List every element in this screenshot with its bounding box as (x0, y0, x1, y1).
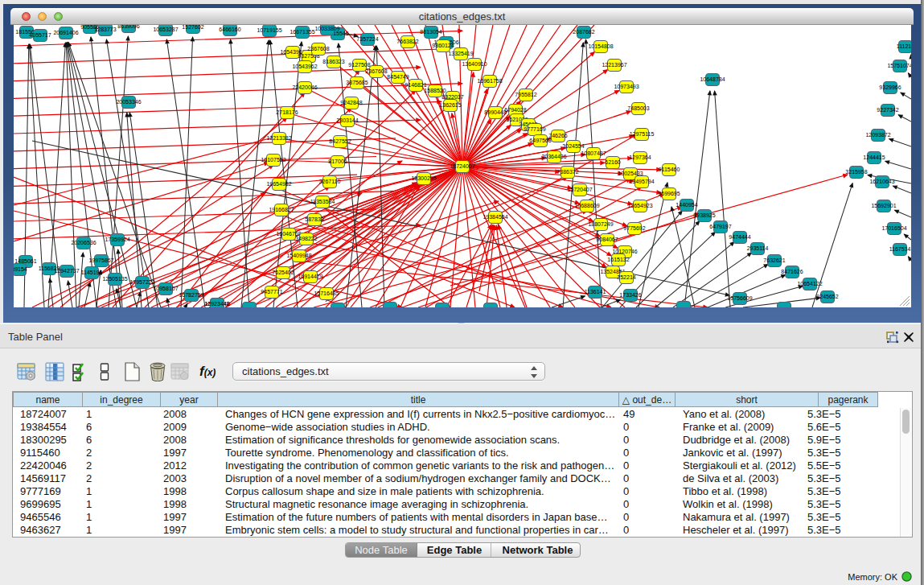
svg-text:9474444: 9474444 (729, 234, 750, 240)
svg-text:10653287: 10653287 (153, 27, 178, 32)
svg-text:6497568: 6497568 (529, 138, 551, 143)
svg-text:3267110: 3267110 (319, 179, 341, 184)
svg-text:2367608: 2367608 (307, 46, 329, 51)
svg-text:3498222: 3498222 (295, 236, 317, 241)
svg-text:746266: 746266 (548, 133, 567, 138)
svg-text:1440954: 1440954 (676, 202, 697, 208)
svg-text:2803144: 2803144 (336, 117, 358, 123)
svg-text:2367608: 2367608 (365, 68, 387, 74)
svg-text:2087682: 2087682 (573, 29, 594, 35)
svg-text:19975867: 19975867 (88, 257, 113, 263)
svg-text:17957223: 17957223 (129, 279, 154, 285)
svg-text:39154: 39154 (14, 266, 27, 272)
svg-text:10958107: 10958107 (153, 286, 178, 291)
svg-text:16961758: 16961758 (477, 78, 502, 84)
svg-text:3024554: 3024554 (562, 143, 584, 149)
svg-text:8639096: 8639096 (117, 25, 139, 29)
svg-text:1527602: 1527602 (182, 25, 203, 30)
svg-text:7632621: 7632621 (763, 257, 785, 263)
svg-text:18807249: 18807249 (588, 221, 613, 227)
svg-text:20691406: 20691406 (53, 30, 78, 35)
svg-text:10154808: 10154808 (588, 43, 613, 49)
svg-text:12923448: 12923448 (204, 301, 229, 307)
svg-text:15716485: 15716485 (314, 290, 339, 296)
svg-text:19654982: 19654982 (266, 181, 291, 187)
svg-text:3215958: 3215958 (845, 169, 867, 175)
svg-text:13495794: 13495794 (629, 179, 654, 184)
svg-text:19166827: 19166827 (269, 207, 294, 212)
svg-text:4055717: 4055717 (29, 32, 51, 38)
svg-text:1145194: 1145194 (81, 270, 103, 275)
svg-text:13325419: 13325419 (448, 51, 473, 56)
svg-text:9146821: 9146821 (405, 82, 426, 88)
svg-text:16782759: 16782759 (179, 292, 203, 298)
svg-text:13654923: 13654923 (627, 203, 652, 208)
svg-text:17016504: 17016504 (881, 225, 906, 231)
svg-text:10973493: 10973493 (614, 84, 639, 89)
svg-text:15720407: 15720407 (567, 187, 592, 192)
svg-text:1362615: 1362615 (439, 102, 461, 108)
svg-text:20364436: 20364436 (541, 154, 566, 159)
svg-text:12975115: 12975115 (630, 131, 655, 137)
svg-text:13640910: 13640910 (462, 61, 487, 67)
svg-text:7357224: 7357224 (356, 36, 378, 42)
svg-text:7485003: 7485003 (627, 105, 649, 111)
svg-text:17359924: 17359924 (105, 237, 129, 242)
svg-text:10807487: 10807487 (581, 150, 606, 156)
svg-text:6466160: 6466160 (219, 27, 240, 32)
svg-text:11353584: 11353584 (310, 199, 335, 204)
svg-text:3875685: 3875685 (346, 80, 368, 85)
svg-text:9777169: 9777169 (524, 126, 545, 132)
svg-text:15692901: 15692901 (871, 203, 896, 208)
svg-text:8990448: 8990448 (484, 109, 506, 115)
svg-text:10654122: 10654122 (797, 281, 822, 286)
svg-text:1136141: 1136141 (585, 289, 606, 295)
svg-text:1283773: 1283773 (94, 27, 116, 32)
svg-text:15751074: 15751074 (887, 63, 911, 68)
svg-text:9115460: 9115460 (659, 167, 680, 172)
svg-text:10033809: 10033809 (314, 26, 339, 31)
svg-text:13756609: 13756609 (727, 295, 752, 301)
svg-text:12505135: 12505135 (102, 276, 127, 282)
svg-text:16671355: 16671355 (290, 29, 314, 35)
svg-text:1588520: 1588520 (424, 88, 446, 93)
svg-text:9245652: 9245652 (816, 294, 838, 299)
svg-text:9860124: 9860124 (432, 43, 454, 48)
svg-text:12093872: 12093872 (865, 132, 890, 138)
svg-text:7625402: 7625402 (272, 270, 294, 275)
svg-text:6479197: 6479197 (709, 224, 731, 229)
svg-text:1244415: 1244415 (863, 154, 885, 160)
svg-text:9457771: 9457771 (261, 289, 282, 295)
svg-text:8813054: 8813054 (420, 29, 441, 35)
svg-text:18300295: 18300295 (411, 175, 436, 181)
svg-text:12942737: 12942737 (54, 268, 79, 274)
svg-text:12213382: 12213382 (266, 135, 291, 141)
svg-text:2718176: 2718176 (276, 109, 298, 115)
svg-text:9242848: 9242848 (340, 100, 362, 105)
svg-text:62160: 62160 (605, 159, 621, 165)
svg-text:817006: 817006 (328, 159, 347, 164)
svg-text:15409948: 15409948 (286, 253, 311, 258)
svg-text:10648784: 10648784 (700, 76, 725, 82)
svg-text:8454749: 8454749 (387, 74, 409, 80)
svg-text:8427552: 8427552 (329, 138, 351, 144)
svg-text:6794028: 6794028 (504, 107, 526, 113)
svg-text:10719155: 10719155 (257, 27, 281, 33)
svg-text:20206536: 20206536 (71, 240, 96, 245)
svg-text:9699695: 9699695 (658, 191, 680, 196)
svg-text:2935114: 2935114 (747, 245, 769, 251)
svg-text:16210643: 16210643 (869, 179, 894, 184)
svg-text:1297364: 1297364 (629, 154, 651, 160)
svg-text:252214: 252214 (617, 274, 635, 280)
svg-text:1615132: 1615132 (607, 257, 629, 262)
svg-text:8938925: 8938925 (693, 212, 715, 218)
svg-text:9084067: 9084067 (596, 237, 618, 242)
svg-text:9127508: 9127508 (348, 62, 370, 68)
svg-text:19384554: 19384554 (483, 214, 507, 220)
svg-text:22420046: 22420046 (292, 84, 317, 90)
svg-text:1167534: 1167534 (889, 246, 911, 252)
svg-text:7663822: 7663822 (396, 39, 418, 44)
svg-text:9329966: 9329966 (879, 84, 901, 90)
svg-text:10543962: 10543962 (292, 64, 317, 69)
svg-text:12213967: 12213967 (602, 62, 626, 68)
